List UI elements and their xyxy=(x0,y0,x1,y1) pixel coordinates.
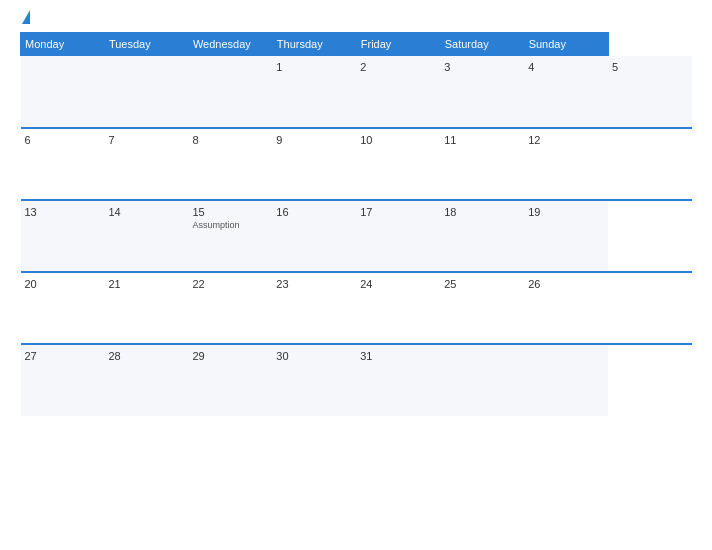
logo-triangle-icon xyxy=(22,10,30,24)
calendar-cell: 4 xyxy=(524,56,608,128)
day-number: 4 xyxy=(528,61,604,73)
calendar-cell: 14 xyxy=(104,200,188,272)
calendar-cell: 24 xyxy=(356,272,440,344)
calendar-cell: 11 xyxy=(440,128,524,200)
calendar-cell: 20 xyxy=(21,272,105,344)
calendar-cell: 13 xyxy=(21,200,105,272)
calendar-cell: 21 xyxy=(104,272,188,344)
calendar-cell xyxy=(104,56,188,128)
day-number: 3 xyxy=(444,61,520,73)
calendar-cell: 26 xyxy=(524,272,608,344)
day-number: 11 xyxy=(444,134,520,146)
calendar-cell: 27 xyxy=(21,344,105,416)
calendar-cell: 8 xyxy=(188,128,272,200)
weekday-header-monday: Monday xyxy=(21,33,105,56)
calendar-cell: 6 xyxy=(21,128,105,200)
day-number: 31 xyxy=(360,350,436,362)
calendar-cell xyxy=(21,56,105,128)
day-number: 1 xyxy=(276,61,352,73)
day-number: 20 xyxy=(25,278,101,290)
calendar-cell: 1 xyxy=(272,56,356,128)
day-number: 9 xyxy=(276,134,352,146)
day-number: 2 xyxy=(360,61,436,73)
calendar-cell: 10 xyxy=(356,128,440,200)
calendar-cell: 28 xyxy=(104,344,188,416)
day-number: 19 xyxy=(528,206,604,218)
calendar-cell: 18 xyxy=(440,200,524,272)
page-header xyxy=(20,10,692,26)
day-number: 12 xyxy=(528,134,604,146)
week-row-1: 12345 xyxy=(21,56,693,128)
calendar-cell: 30 xyxy=(272,344,356,416)
weekday-header-saturday: Saturday xyxy=(440,33,524,56)
day-number: 28 xyxy=(108,350,184,362)
logo xyxy=(20,10,34,26)
weekday-row: MondayTuesdayWednesdayThursdayFridaySatu… xyxy=(21,33,693,56)
calendar-cell: 16 xyxy=(272,200,356,272)
day-number: 23 xyxy=(276,278,352,290)
day-number: 18 xyxy=(444,206,520,218)
calendar-cell: 19 xyxy=(524,200,608,272)
day-number: 8 xyxy=(192,134,268,146)
calendar-cell: 5 xyxy=(608,56,692,128)
day-number: 15 xyxy=(192,206,268,218)
weekday-header-thursday: Thursday xyxy=(272,33,356,56)
day-number: 21 xyxy=(108,278,184,290)
day-number: 30 xyxy=(276,350,352,362)
calendar-cell: 31 xyxy=(356,344,440,416)
week-row-3: 131415Assumption16171819 xyxy=(21,200,693,272)
calendar-cell: 12 xyxy=(524,128,608,200)
calendar-cell: 9 xyxy=(272,128,356,200)
calendar-cell xyxy=(440,344,524,416)
calendar-cell: 3 xyxy=(440,56,524,128)
calendar-cell: 2 xyxy=(356,56,440,128)
day-number: 24 xyxy=(360,278,436,290)
day-number: 7 xyxy=(108,134,184,146)
calendar-body: 123456789101112131415Assumption161718192… xyxy=(21,56,693,416)
day-number: 25 xyxy=(444,278,520,290)
calendar-table: MondayTuesdayWednesdayThursdayFridaySatu… xyxy=(20,32,692,416)
calendar-cell: 15Assumption xyxy=(188,200,272,272)
day-number: 5 xyxy=(612,61,688,73)
day-number: 26 xyxy=(528,278,604,290)
calendar-cell: 23 xyxy=(272,272,356,344)
calendar-cell: 17 xyxy=(356,200,440,272)
day-number: 6 xyxy=(25,134,101,146)
week-row-5: 2728293031 xyxy=(21,344,693,416)
calendar-cell: 7 xyxy=(104,128,188,200)
week-row-4: 20212223242526 xyxy=(21,272,693,344)
day-number: 17 xyxy=(360,206,436,218)
calendar-header: MondayTuesdayWednesdayThursdayFridaySatu… xyxy=(21,33,693,56)
day-number: 29 xyxy=(192,350,268,362)
weekday-header-sunday: Sunday xyxy=(524,33,608,56)
weekday-header-tuesday: Tuesday xyxy=(104,33,188,56)
day-number: 13 xyxy=(25,206,101,218)
day-number: 22 xyxy=(192,278,268,290)
calendar-cell: 22 xyxy=(188,272,272,344)
day-number: 27 xyxy=(25,350,101,362)
day-number: 10 xyxy=(360,134,436,146)
day-number: 14 xyxy=(108,206,184,218)
week-row-2: 6789101112 xyxy=(21,128,693,200)
weekday-header-friday: Friday xyxy=(356,33,440,56)
holiday-label: Assumption xyxy=(192,220,268,230)
day-number: 16 xyxy=(276,206,352,218)
calendar-cell: 29 xyxy=(188,344,272,416)
weekday-header-wednesday: Wednesday xyxy=(188,33,272,56)
calendar-cell: 25 xyxy=(440,272,524,344)
logo-icon xyxy=(20,10,30,26)
calendar-cell xyxy=(524,344,608,416)
calendar-cell xyxy=(188,56,272,128)
